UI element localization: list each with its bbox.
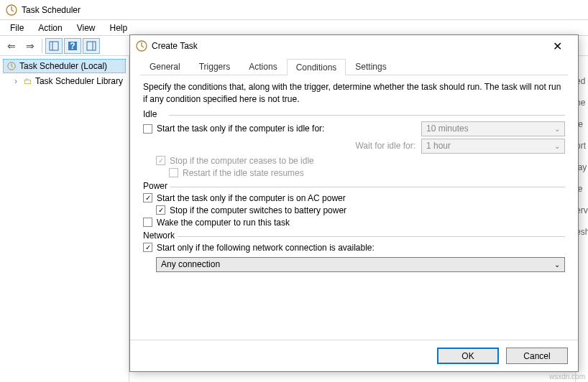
group-power-label: Power [143,181,170,191]
tree-root-label: Task Scheduler (Local) [19,61,107,71]
clock-icon [6,4,17,16]
label-wake: Wake the computer to run this task [157,218,290,228]
row-net-start: Start only if the following network conn… [143,243,565,253]
ok-button[interactable]: OK [437,348,499,364]
combo-wait-duration: 1 hour⌄ [421,139,565,154]
label-stop-cease: Stop if the computer ceases to be idle [170,156,314,166]
toolbar-pane-2[interactable] [83,38,100,54]
row-wait-idle: Wait for idle for: 1 hour⌄ [143,139,565,154]
clock-icon [6,61,17,71]
combo-idle-duration: 10 minutes⌄ [421,121,565,136]
label-ac-only: Start the task only if the computer is o… [157,193,346,203]
combo-network-value: Any connection [161,259,220,269]
checkbox-stop-cease [156,156,165,165]
watermark: wsxdn.com [549,373,585,381]
tree-child[interactable]: › 🗀 Task Scheduler Library [12,75,126,88]
menu-view[interactable]: View [70,22,103,34]
checkbox-stop-battery[interactable] [156,205,165,215]
tab-general[interactable]: General [140,58,190,75]
create-task-dialog: Create Task ✕ General Triggers Actions C… [129,34,579,372]
tab-strip: General Triggers Actions Conditions Sett… [140,58,568,75]
row-wake: Wake the computer to run this task [143,218,565,228]
tree-root[interactable]: Task Scheduler (Local) [3,59,126,73]
chevron-down-icon: ⌄ [554,261,560,269]
menu-action[interactable]: Action [31,22,69,34]
svg-rect-5 [87,42,96,50]
conditions-description: Specify the conditions that, along with … [143,81,565,106]
svg-rect-1 [50,42,58,50]
group-idle-line [169,115,565,116]
toolbar-pane-1[interactable] [45,38,63,54]
tree-pane: Task Scheduler (Local) › 🗀 Task Schedule… [0,56,129,382]
cancel-button[interactable]: Cancel [506,348,568,364]
tab-conditions[interactable]: Conditions [287,59,346,75]
back-button[interactable]: ⇐ [3,38,20,54]
forward-button[interactable]: ⇒ [22,38,39,54]
chevron-down-icon: ⌄ [554,125,560,133]
clock-icon [136,40,147,52]
tab-actions[interactable]: Actions [239,58,286,75]
close-button[interactable]: ✕ [542,36,572,56]
checkbox-wake[interactable] [143,218,152,227]
checkbox-net-start[interactable] [143,243,152,252]
chevron-down-icon: ⌄ [554,142,560,150]
tab-content-conditions: Specify the conditions that, along with … [140,75,568,272]
row-restart-resume: Restart if the idle state resumes [169,168,565,178]
row-idle-start: Start the task only if the computer is i… [143,121,565,136]
expand-icon[interactable]: › [14,76,21,86]
label-idle-start: Start the task only if the computer is i… [157,124,324,134]
group-power-line [169,187,565,187]
dialog-footer: OK Cancel [130,340,578,371]
tab-triggers[interactable]: Triggers [190,58,240,75]
help-button[interactable]: ? [64,38,81,54]
folder-icon: 🗀 [24,76,32,86]
row-ac-only: Start the task only if the computer is o… [143,193,565,203]
menu-file[interactable]: File [3,22,31,34]
label-restart-resume: Restart if the idle state resumes [183,168,304,178]
tab-settings[interactable]: Settings [346,58,395,75]
combo-network[interactable]: Any connection ⌄ [156,257,565,272]
menu-help[interactable]: Help [103,22,135,34]
row-stop-battery: Stop if the computer switches to battery… [156,205,565,215]
label-stop-battery: Stop if the computer switches to battery… [170,205,346,215]
dialog-titlebar: Create Task ✕ [130,35,578,57]
row-stop-cease: Stop if the computer ceases to be idle [156,156,565,166]
checkbox-idle-start[interactable] [143,124,152,134]
app-title: Task Scheduler [22,5,582,15]
tree-child-label: Task Scheduler Library [35,76,123,86]
dialog-title: Create Task [152,41,542,51]
toolbar-separator [42,39,42,53]
label-wait-idle: Wait for idle for: [143,141,421,151]
group-network-line [169,236,565,237]
checkbox-restart-resume [169,168,178,177]
group-network-label: Network [143,230,178,241]
menubar: File Action View Help [0,20,588,36]
group-idle-label: Idle [143,109,160,119]
svg-text:?: ? [70,41,75,51]
main-titlebar: Task Scheduler [0,0,588,20]
label-net-start: Start only if the following network conn… [157,243,375,253]
checkbox-ac-only[interactable] [143,193,152,202]
